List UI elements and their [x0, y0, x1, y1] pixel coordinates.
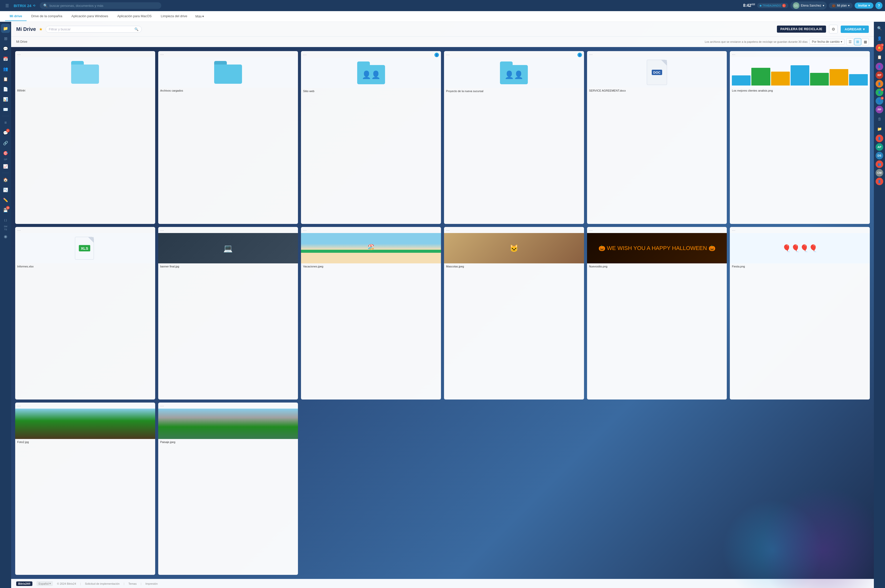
- right-avatar-purple[interactable]: 👤: [876, 63, 883, 70]
- plan-button[interactable]: 💼 Mi plan ▾: [829, 3, 853, 8]
- tab-mi-drive[interactable]: Mi drive: [5, 12, 27, 21]
- sort-selector[interactable]: Por fecha de cambio ▾: [810, 39, 844, 45]
- right-avatar-ap[interactable]: AP: [876, 143, 883, 151]
- sidebar-icon-integration[interactable]: 🔗: [1, 138, 10, 147]
- file-menu-icon[interactable]: ⋯: [446, 53, 449, 57]
- right-calendar-icon[interactable]: 🗓: [875, 114, 884, 123]
- sidebar-icon-calendar[interactable]: 📅: [1, 54, 10, 63]
- tab-more[interactable]: Más ▾: [192, 12, 208, 21]
- right-avatar-pp[interactable]: PP: [876, 106, 883, 113]
- sidebar-icon-code[interactable]: { }: [1, 216, 10, 225]
- tab-app-windows[interactable]: Aplicación para Windows: [67, 12, 113, 21]
- file-menu-icon[interactable]: ⋯: [160, 228, 164, 232]
- file-card-foto2[interactable]: ⋯ Foto2.jpg: [15, 402, 155, 575]
- sidebar-icon-intranet[interactable]: 🏠: [1, 175, 10, 184]
- tab-drive-compania[interactable]: Drive de la compañía: [27, 12, 67, 21]
- view-tiles-button[interactable]: ▦: [862, 38, 869, 45]
- user-menu[interactable]: ES Elena Sanchez ▾: [790, 2, 827, 10]
- help-button[interactable]: ?: [875, 2, 882, 9]
- file-menu-icon[interactable]: ⋯: [17, 404, 21, 408]
- sidebar-icon-feed[interactable]: ≡: [1, 118, 10, 127]
- file-card-rrhh[interactable]: ⋯ RRHH: [15, 51, 155, 224]
- file-card-sitio[interactable]: ⋯ 👤 👤👤 Sitio web: [301, 51, 441, 224]
- file-card-fiesta[interactable]: ⋯ 🎈🎈🎈🎈 Fiesta.png: [730, 227, 870, 399]
- file-card-mascotas[interactable]: ⋯ 🐱 Mascotas.jpeg: [444, 227, 584, 399]
- file-name-nuevositio: Nuevositio.png: [587, 263, 727, 270]
- favorite-star-icon[interactable]: ★: [39, 27, 42, 32]
- logo-sync[interactable]: ⟲: [33, 4, 35, 8]
- sidebar-icon-analytics[interactable]: 📈: [1, 162, 10, 171]
- hamburger-menu[interactable]: ☰: [3, 1, 12, 10]
- view-grid-button[interactable]: ⊞: [854, 38, 861, 45]
- file-menu-icon[interactable]: ⋯: [17, 52, 21, 57]
- global-search-bar[interactable]: 🔍: [40, 2, 161, 9]
- footer-link-print[interactable]: Impresión: [146, 582, 158, 585]
- tab-limpieza[interactable]: Limpieza del drive: [156, 12, 192, 21]
- drive-search-bar[interactable]: 🔍: [45, 26, 142, 33]
- add-button[interactable]: AGREGAR ▾: [841, 26, 869, 33]
- file-menu-icon[interactable]: ⋯: [446, 228, 449, 232]
- footer-link-themes[interactable]: Temas: [128, 582, 137, 585]
- file-card-banner[interactable]: ⋯ 💻 banner final.jpg: [158, 227, 298, 399]
- right-tasks-icon[interactable]: 📋: [875, 52, 884, 62]
- right-search-icon[interactable]: 🔍: [875, 24, 884, 33]
- file-menu-icon[interactable]: ⋯: [589, 228, 593, 232]
- global-search-input[interactable]: [50, 4, 158, 8]
- sidebar-icon-documents[interactable]: 📄: [1, 84, 10, 94]
- sidebar-icon-tasks[interactable]: 📋: [1, 74, 10, 84]
- right-avatar-blue-wrap[interactable]: 👤 4: [876, 97, 883, 105]
- file-card-vacaciones[interactable]: ⋯ 🏖️ Vacaciones.jpeg: [301, 227, 441, 399]
- file-card-proyecto[interactable]: ⋯ 👤 👤👤 Proyecto de la nueva sucursal: [444, 51, 584, 224]
- file-menu-icon[interactable]: ⋯: [303, 228, 307, 232]
- footer-brand[interactable]: Bitrix24®: [16, 581, 32, 586]
- footer-language-selector[interactable]: Español ▾: [36, 581, 53, 586]
- sidebar-icon-crm[interactable]: 📊: [1, 94, 10, 104]
- file-menu-icon[interactable]: ⋯: [589, 52, 593, 57]
- right-avatar-green-wrap[interactable]: 👤 1: [876, 88, 883, 96]
- drive-search-input[interactable]: [49, 27, 132, 31]
- file-card-xlsx[interactable]: ⋯ XLS Informes.xlsx: [15, 227, 155, 399]
- sidebar-icon-reports[interactable]: 📉: [1, 185, 10, 194]
- sidebar-icon-drive2[interactable]: 💾39: [1, 206, 10, 214]
- file-menu-icon[interactable]: ⋯: [160, 404, 164, 408]
- right-folder-icon[interactable]: 📁: [875, 124, 884, 134]
- file-card-analytics[interactable]: ⋯ Los mejores clientes analisis.png: [730, 51, 870, 224]
- footer-link-implementation[interactable]: Solicitud de implementación: [85, 582, 119, 585]
- right-avatar-orange[interactable]: 👤: [876, 80, 883, 87]
- right-avatar-red[interactable]: 👤: [876, 135, 883, 142]
- file-menu-icon[interactable]: ⋯: [160, 52, 164, 57]
- sidebar-icon-more[interactable]: ◉: [1, 232, 10, 241]
- sidebar-icon-contacts[interactable]: 👥: [1, 64, 10, 74]
- right-avatar-ds[interactable]: DS: [876, 152, 883, 159]
- file-card-docx[interactable]: ⋯ DOC SERVICE AGREEMENT.docx: [587, 51, 727, 224]
- sidebar-icon-goals[interactable]: 🎯: [1, 148, 10, 158]
- file-card-nuevositio[interactable]: ⋯ 🎃 WE WISH YOU A HAPPY HALLOWEEN 🎃 Nuev…: [587, 227, 727, 399]
- right-avatar-cm[interactable]: CM: [876, 169, 883, 177]
- right-avatar-group-wrap[interactable]: 👥: [876, 160, 883, 168]
- invite-button[interactable]: Invitar ▾: [855, 3, 873, 9]
- status-badge[interactable]: TRABAJANDO 1: [757, 3, 788, 8]
- right-avatar-group[interactable]: 👥: [876, 160, 883, 168]
- file-menu-icon[interactable]: ⋯: [303, 53, 307, 57]
- sidebar-icon-messages[interactable]: 💬6: [1, 128, 10, 137]
- tab-app-macos[interactable]: Aplicación para MacOS: [113, 12, 156, 21]
- settings-button[interactable]: ⚙: [829, 25, 838, 33]
- right-avatar-last-wrap[interactable]: 👤: [876, 178, 883, 185]
- right-notifications[interactable]: 🔔 5: [876, 44, 883, 52]
- view-list-button[interactable]: ☰: [846, 38, 853, 45]
- file-menu-icon[interactable]: ⋯: [17, 228, 21, 232]
- file-card-archivos[interactable]: ⋯ Archivos cargados: [158, 51, 298, 224]
- recycle-bin-button[interactable]: PAPELERA DE RECICLAJE: [777, 26, 826, 33]
- sidebar-icon-mail[interactable]: ✉️: [1, 105, 10, 114]
- right-avatar-rp[interactable]: RP: [876, 71, 883, 79]
- sidebar-icon-dashboard[interactable]: ⊞: [1, 34, 10, 43]
- file-menu-icon[interactable]: ⋯: [732, 228, 735, 232]
- file-card-paisaje[interactable]: ⋯ Paisaje.jpeg: [158, 402, 298, 575]
- right-avatar-last[interactable]: 👤: [876, 178, 883, 185]
- right-avatar-orange-wrap[interactable]: 👤: [876, 80, 883, 87]
- right-profile-icon[interactable]: 👤: [875, 34, 884, 43]
- sidebar-icon-edit[interactable]: ✏️: [1, 195, 10, 204]
- sidebar-icon-chat[interactable]: 💬: [1, 44, 10, 53]
- sidebar-icon-drive[interactable]: 📁: [1, 24, 10, 33]
- file-menu-icon[interactable]: ⋯: [732, 52, 735, 57]
